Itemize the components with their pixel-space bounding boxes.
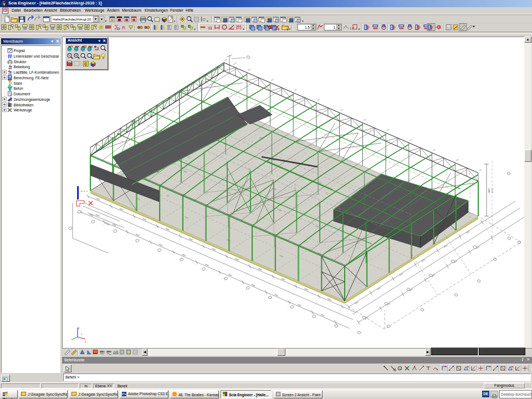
svg-text:Halle2FlachdachVergl-20: Halle2FlachdachVergl-20: [53, 17, 91, 21]
svg-text:500: 500: [294, 88, 298, 91]
svg-text:500: 500: [479, 168, 483, 172]
svg-text:x: x: [85, 341, 86, 344]
svg-text:I?: I?: [203, 18, 206, 22]
svg-text:500: 500: [316, 98, 320, 101]
svg-text:4000: 4000: [95, 213, 100, 217]
svg-text:z: z: [78, 327, 80, 330]
svg-text:6000: 6000: [354, 301, 359, 305]
svg-text:9000: 9000: [119, 207, 124, 211]
svg-text:500: 500: [363, 118, 367, 121]
svg-text:1.5: 1.5: [305, 25, 310, 29]
svg-text:y: y: [81, 332, 83, 335]
svg-text:500: 500: [432, 149, 436, 152]
svg-text:1.8: 1.8: [350, 27, 354, 30]
svg-text:11: 11: [208, 26, 213, 30]
svg-text:500: 500: [247, 68, 251, 71]
svg-text:6000: 6000: [443, 244, 448, 248]
svg-text:500: 500: [386, 128, 390, 131]
svg-text:9000: 9000: [135, 233, 140, 237]
svg-text:6000: 6000: [421, 258, 426, 262]
svg-text:1: 1: [333, 25, 335, 29]
svg-text:500: 500: [340, 108, 344, 111]
svg-text:4752: 4752: [492, 188, 494, 193]
svg-text:500: 500: [224, 58, 228, 62]
svg-text:9000: 9000: [105, 222, 110, 226]
svg-text:500: 500: [456, 158, 459, 162]
svg-text:6000: 6000: [399, 273, 403, 277]
svg-text:4400: 4400: [488, 188, 490, 193]
svg-text:500: 500: [270, 78, 274, 81]
svg-text:6000: 6000: [466, 230, 470, 234]
svg-text:500: 500: [409, 139, 413, 142]
svg-text:6000: 6000: [377, 287, 381, 290]
svg-text:R: R: [122, 25, 125, 30]
